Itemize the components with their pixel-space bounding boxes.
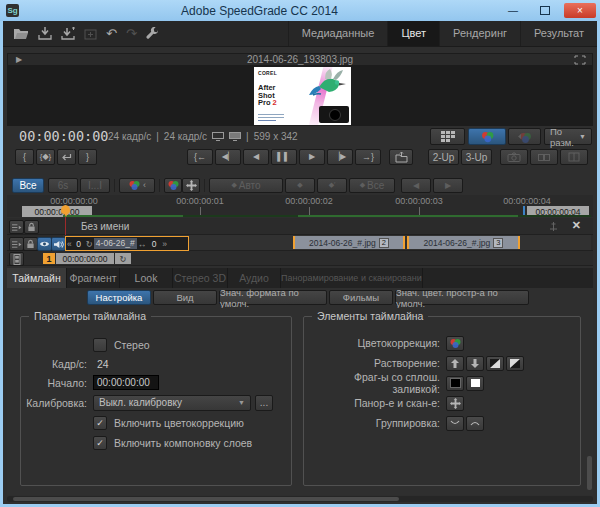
tab-pan-scan[interactable]: Панорамирование и сканирование [281,268,423,288]
redo-icon[interactable]: ↷ [126,28,137,40]
tab-stereo-3d[interactable]: Стерео 3D [173,268,228,288]
audio-speaker-icon[interactable] [51,237,66,251]
zoom-mode-dropdown[interactable]: По разм. ▼ [544,128,592,145]
subtab-setup[interactable]: Настройка [87,290,151,305]
dissolve-index-badge[interactable]: 1 [43,253,55,264]
play-button[interactable]: ▶ [299,149,325,165]
trim-clip-name[interactable]: 4-06-26_# [94,238,137,249]
start-timecode-input[interactable] [93,375,159,390]
play-in-out-button[interactable]: {◆} [36,149,55,165]
set-in-button[interactable]: { [15,149,34,165]
grade-preview-button[interactable] [508,128,541,145]
track-list-icon[interactable] [9,220,24,234]
group-button[interactable] [446,416,464,431]
fit-frame-icon[interactable] [574,55,586,65]
subtab-format-defaults[interactable]: Знач. формата по умолч. [219,290,327,305]
close-track-icon[interactable]: ✕ [572,219,581,232]
playhead-pin[interactable] [61,205,70,214]
previous-frame-button[interactable]: ◀▏ [215,149,241,165]
display-icon[interactable] [212,132,224,141]
stereo-checkbox[interactable] [93,338,107,352]
three-up-button[interactable]: 3-Up [461,149,492,165]
dissolve-timecode-box[interactable]: 00:00:00:00 [56,253,114,264]
update-reel-button[interactable] [389,149,413,165]
save-icon[interactable] [38,27,52,40]
subtab-colorspace-defaults[interactable]: Знач. цвет. простр-а по умолч. [395,290,529,305]
save-as-icon[interactable] [61,27,75,40]
track-name[interactable]: Без имени [81,221,129,232]
dissolve-down-button[interactable] [466,356,484,371]
view-range-button[interactable]: I...I [80,178,110,193]
track-list-icon[interactable] [9,237,24,251]
auto-keyframe-button[interactable]: ◆Авто [209,178,283,193]
view-all-button[interactable]: Все [12,178,44,193]
pan-tool-button[interactable] [182,178,200,193]
next-keyframe-button[interactable]: ▶ [433,178,463,193]
grade-link-button[interactable]: ‹ [119,178,155,193]
lock-icon[interactable] [24,220,39,234]
maximize-button[interactable] [532,3,558,18]
track-options-icon[interactable] [548,221,559,232]
calibration-more-button[interactable]: ... [255,395,273,411]
settings-wrench-icon[interactable] [146,27,159,40]
timeline-clip[interactable]: 2014-06-26_#.jpg 3 [407,236,520,249]
view-6s-button[interactable]: 6s [48,178,78,193]
tab-render[interactable]: Рендеринг [439,21,520,46]
subtab-films[interactable]: Фильмы [329,290,393,305]
color-correction-button[interactable] [446,336,464,351]
open-project-icon[interactable] [13,28,29,40]
filmstrip-icon[interactable] [9,252,24,266]
subtab-view[interactable]: Вид [153,290,217,305]
grade-button[interactable] [164,178,182,193]
close-button[interactable]: × [564,3,596,18]
display-secondary-icon[interactable] [229,132,241,141]
goto-in-button[interactable]: {← [187,149,213,165]
tab-result[interactable]: Результат [520,21,597,46]
ungroup-button[interactable] [466,416,484,431]
visibility-eye-icon[interactable] [37,237,52,251]
add-keyframe-button[interactable]: ◆ [285,178,315,193]
delete-keyframe-button[interactable]: ◆′ [317,178,347,193]
goto-out-button[interactable]: →} [355,149,381,165]
vertical-scrollbar[interactable] [587,456,592,490]
timeline-clip[interactable]: 2014-06-26_#.jpg 2 [293,236,405,249]
tab-audio[interactable]: Аудио [228,268,281,288]
two-up-button[interactable]: 2-Up [428,149,459,165]
tab-timeline[interactable]: Таймлайн [7,268,67,288]
new-item-icon[interactable] [84,28,97,40]
viewer-expand-icon[interactable]: ▶ [16,55,22,64]
all-keyframes-button[interactable]: ◆Все [349,178,395,193]
fade-in-button[interactable] [486,356,504,371]
selected-clip-trim-control[interactable]: « 0 ↻ 4-06-26_# ↔ 0 » [65,236,189,251]
lock-icon[interactable] [23,237,38,251]
tab-metadata[interactable]: Медиаданные [288,21,388,46]
enable-color-checkbox[interactable] [93,416,107,430]
previous-keyframe-button[interactable]: ◀ [401,178,431,193]
pan-scan-button[interactable] [446,396,464,411]
dual-display-button[interactable] [530,149,558,165]
tab-look[interactable]: Look [120,268,173,288]
color-view-button[interactable] [468,128,506,145]
pause-button[interactable]: ▌▌ [271,149,297,165]
tab-color[interactable]: Цвет [387,21,439,46]
enable-layers-checkbox[interactable] [93,436,107,450]
split-view-button[interactable] [560,149,588,165]
minimize-button[interactable]: — [500,3,526,18]
snapshot-button[interactable] [500,149,528,165]
dissolve-loop-icon[interactable]: ↻ [115,253,131,264]
trim-right-value[interactable]: 0 [147,239,161,249]
loop-playback-button[interactable] [57,149,76,165]
undo-icon[interactable]: ↶ [106,28,117,40]
next-frame-button[interactable]: ▕▶ [327,149,353,165]
timeline-ruler[interactable]: 00:00:00:00 00:00:00:01 00:00:00:02 00:0… [7,195,593,217]
fade-out-button[interactable] [506,356,524,371]
tab-fragment[interactable]: Фрагмент [67,268,120,288]
trim-left-value[interactable]: 0 [73,239,85,249]
solid-white-button[interactable] [466,376,484,391]
horizontal-scrollbar-thumb[interactable] [13,497,399,501]
set-out-button[interactable]: } [78,149,97,165]
play-reverse-button[interactable]: ◀ [243,149,269,165]
calibration-dropdown[interactable]: Выкл. калибровку▼ [93,395,251,411]
mosaic-view-button[interactable] [430,128,465,145]
dissolve-up-button[interactable] [446,356,464,371]
